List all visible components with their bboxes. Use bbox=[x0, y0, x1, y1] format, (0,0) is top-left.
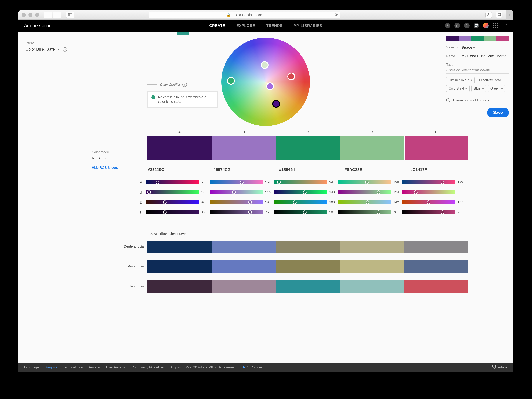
star-icon[interactable]: ★ bbox=[445, 23, 450, 28]
picker-handle[interactable] bbox=[227, 77, 235, 85]
app-brand[interactable]: Adobe Color bbox=[24, 23, 51, 29]
nav-explore[interactable]: EXPLORE bbox=[236, 24, 255, 28]
slider-knob[interactable] bbox=[240, 181, 243, 184]
slider-knob[interactable] bbox=[293, 200, 297, 204]
legCfl�e-help-icon[interactable]: ? bbox=[183, 82, 187, 87]
cloud-icon[interactable] bbox=[502, 23, 507, 28]
zoom-icon[interactable] bbox=[35, 13, 39, 17]
footer-guidelines[interactable]: Community Guidelines bbox=[131, 366, 165, 369]
slider-value[interactable]: 76 bbox=[265, 210, 274, 214]
nav-libraries[interactable]: MY LIBRARIES bbox=[294, 24, 322, 28]
intent-dropdown[interactable]: Color Blind Safe bbox=[25, 47, 55, 52]
close-icon[interactable] bbox=[22, 13, 26, 17]
new-tab-button[interactable]: + bbox=[506, 10, 513, 19]
slider-track[interactable] bbox=[146, 200, 199, 204]
slider-value[interactable]: 194 bbox=[265, 200, 274, 204]
slider-knob[interactable] bbox=[303, 190, 307, 194]
slider-value[interactable]: 138 bbox=[393, 181, 402, 184]
slider-knob[interactable] bbox=[441, 210, 444, 214]
slider-knob[interactable] bbox=[147, 190, 151, 194]
refresh-icon[interactable]: ⟳ bbox=[335, 12, 338, 17]
tag-chip[interactable]: Blue + bbox=[471, 85, 486, 92]
swatch[interactable] bbox=[276, 136, 340, 160]
save-button[interactable]: Save bbox=[487, 108, 509, 117]
nav-trends[interactable]: TRENDS bbox=[266, 24, 283, 28]
theme-name-input[interactable] bbox=[461, 53, 509, 59]
slider-knob[interactable] bbox=[377, 190, 380, 194]
nav-create[interactable]: CREATE bbox=[209, 24, 225, 28]
tags-input[interactable]: Enter or Select from below bbox=[446, 68, 509, 74]
color-wheel[interactable] bbox=[222, 37, 310, 126]
tag-chip[interactable]: ColorBlind + bbox=[446, 85, 469, 92]
slider-track[interactable] bbox=[146, 190, 199, 194]
footer-adobe[interactable]: Adobe bbox=[492, 366, 507, 369]
slider-track[interactable] bbox=[274, 190, 327, 194]
hex-value[interactable]: #C1417F bbox=[410, 167, 474, 172]
footer-language-value[interactable]: English bbox=[46, 366, 57, 369]
slider-knob[interactable] bbox=[232, 190, 236, 194]
slider-value[interactable]: 193 bbox=[457, 181, 466, 184]
slider-track[interactable] bbox=[402, 200, 455, 204]
slider-track[interactable] bbox=[146, 210, 199, 214]
saveto-dropdown[interactable]: Space ▾ bbox=[461, 45, 475, 50]
picker-handle-selected[interactable] bbox=[272, 100, 280, 108]
back-button[interactable]: 〈 bbox=[44, 12, 52, 18]
footer-adchoices[interactable]: AdChoices bbox=[243, 366, 262, 369]
slider-track[interactable] bbox=[210, 210, 263, 214]
slider-track[interactable] bbox=[274, 200, 327, 204]
slider-knob[interactable] bbox=[163, 200, 167, 204]
swatch[interactable] bbox=[212, 136, 276, 160]
url-bar[interactable]: 🔒 color.adobe.com ⟳ bbox=[149, 12, 340, 18]
slider-value[interactable]: 65 bbox=[457, 190, 466, 194]
slider-value[interactable]: 116 bbox=[265, 190, 274, 194]
swatch[interactable] bbox=[340, 136, 404, 160]
slider-knob[interactable] bbox=[427, 200, 431, 204]
color-mode-dropdown[interactable]: RGB ▾ bbox=[92, 156, 140, 160]
sidebar-toggle-icon[interactable] bbox=[66, 12, 75, 18]
slider-knob[interactable] bbox=[441, 181, 444, 184]
slider-value[interactable]: 24 bbox=[329, 181, 338, 184]
chat-icon[interactable]: 💬 bbox=[474, 23, 479, 28]
slider-track[interactable] bbox=[338, 190, 391, 194]
swatch[interactable] bbox=[147, 136, 212, 160]
tabs-icon[interactable] bbox=[496, 12, 502, 18]
slider-track[interactable] bbox=[274, 210, 327, 214]
tag-chip[interactable]: CreativityForAll + bbox=[476, 77, 507, 83]
help-icon[interactable]: ? bbox=[464, 23, 469, 28]
contrast-icon[interactable]: ◐ bbox=[454, 23, 460, 28]
slider-track[interactable] bbox=[338, 210, 391, 214]
picker-handle[interactable] bbox=[266, 82, 274, 90]
tag-chip[interactable]: DistinctColors + bbox=[446, 77, 475, 83]
footer-privacy[interactable]: Privacy bbox=[89, 366, 100, 369]
share-icon[interactable] bbox=[485, 12, 492, 18]
slider-track[interactable] bbox=[210, 180, 263, 184]
minimize-icon[interactable] bbox=[28, 13, 32, 17]
slider-knob[interactable] bbox=[248, 210, 252, 214]
apps-icon[interactable] bbox=[493, 23, 498, 28]
slider-knob[interactable] bbox=[414, 190, 418, 194]
slider-track[interactable] bbox=[210, 190, 263, 194]
slider-knob[interactable] bbox=[163, 210, 167, 214]
slider-value[interactable]: 57 bbox=[201, 181, 210, 184]
slider-track[interactable] bbox=[210, 200, 263, 204]
slider-value[interactable]: 153 bbox=[265, 181, 274, 184]
tag-chip[interactable]: Green + bbox=[488, 85, 505, 92]
swatch[interactable] bbox=[404, 136, 468, 160]
chevron-down-icon[interactable]: ▾ bbox=[58, 48, 59, 51]
slider-track[interactable] bbox=[402, 180, 455, 184]
slider-track[interactable] bbox=[146, 180, 199, 184]
slider-value[interactable]: 194 bbox=[393, 190, 402, 194]
slider-value[interactable]: 100 bbox=[329, 200, 338, 204]
window-controls[interactable] bbox=[22, 13, 39, 17]
slider-knob[interactable] bbox=[303, 210, 307, 214]
slider-track[interactable] bbox=[338, 200, 391, 204]
intent-help-icon[interactable]: ? bbox=[63, 47, 67, 52]
hex-value[interactable]: #189464 bbox=[279, 167, 343, 172]
slider-knob[interactable] bbox=[277, 181, 281, 184]
slider-knob[interactable] bbox=[377, 210, 380, 214]
hex-value[interactable]: #9974C2 bbox=[213, 167, 277, 172]
slider-value[interactable]: 76 bbox=[457, 210, 466, 214]
footer-forums[interactable]: User Forums bbox=[106, 366, 125, 369]
slider-knob[interactable] bbox=[156, 181, 159, 184]
slider-knob[interactable] bbox=[248, 200, 252, 204]
